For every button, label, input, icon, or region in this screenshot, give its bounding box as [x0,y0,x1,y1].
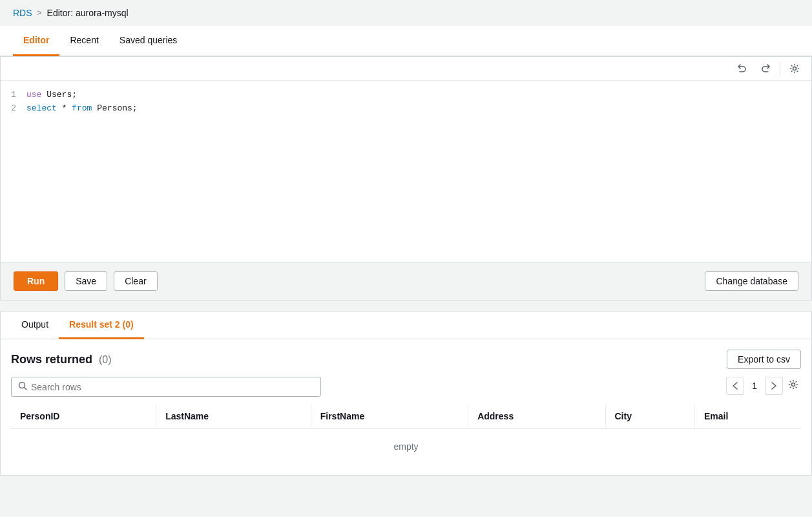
code-line-1: 1 use Users; [1,89,811,102]
col-header-email: Email [694,405,801,428]
line-number-1: 1 [1,89,26,102]
col-header-address: Address [468,405,605,428]
rows-returned-label: Rows returned (0) [11,353,111,366]
rows-count: (0) [99,354,112,365]
results-tabs: Output Result set 2 (0) [1,311,811,339]
pagination: 1 [726,377,801,395]
rows-title: Rows returned [11,353,92,366]
editor-toolbar [1,57,811,81]
code-editor[interactable]: 1 use Users; 2 select * from Persons; [1,81,811,262]
col-header-personid: PersonID [11,405,156,428]
tab-result-set[interactable]: Result set 2 (0) [59,311,144,339]
results-panel: Output Result set 2 (0) Rows returned (0… [0,311,812,476]
editor-settings-button[interactable] [786,61,804,76]
svg-point-3 [792,383,795,386]
table-settings-button[interactable] [786,377,801,395]
search-input[interactable] [31,382,314,392]
tab-editor[interactable]: Editor [13,26,59,56]
page-number: 1 [747,381,762,391]
search-pagination-row: 1 [11,377,801,405]
prev-page-button[interactable] [726,377,744,395]
line-content-1: use Users; [26,89,77,102]
undo-button[interactable] [733,61,751,76]
redo-button[interactable] [756,61,775,76]
results-content: Rows returned (0) Export to csv 1 [1,339,811,475]
next-page-button[interactable] [765,377,783,395]
line-content-2: select * from Persons; [26,102,138,116]
col-header-city: City [605,405,694,428]
action-button-bar: Run Save Clear Change database [0,262,812,301]
editor-panel: 1 use Users; 2 select * from Persons; [0,56,812,262]
change-database-button[interactable]: Change database [705,271,798,291]
table-empty-row: empty [11,428,801,465]
save-button[interactable]: Save [65,271,107,291]
tab-saved-queries[interactable]: Saved queries [109,26,188,56]
export-csv-button[interactable]: Export to csv [727,350,801,369]
clear-button[interactable]: Clear [114,271,157,291]
run-button[interactable]: Run [14,271,58,291]
search-icon [18,381,27,392]
breadcrumb-current-page: Editor: aurora-mysql [47,8,129,18]
breadcrumb: RDS > Editor: aurora-mysql [0,0,812,26]
rows-header: Rows returned (0) Export to csv [11,350,801,369]
breadcrumb-separator: > [37,8,42,17]
search-bar[interactable] [11,377,321,397]
tab-recent[interactable]: Recent [59,26,109,56]
tab-output[interactable]: Output [11,311,59,339]
table-header-row: PersonID LastName FirstName Address City… [11,405,801,428]
code-line-2: 2 select * from Persons; [1,102,811,116]
col-header-firstname: FirstName [311,405,468,428]
breadcrumb-rds-link[interactable]: RDS [13,8,32,18]
line-number-2: 2 [1,102,26,116]
col-header-lastname: LastName [156,405,311,428]
empty-label: empty [11,428,801,465]
main-tabs: Editor Recent Saved queries [0,26,812,56]
results-table: PersonID LastName FirstName Address City… [11,405,801,465]
svg-line-2 [25,388,27,390]
toolbar-divider [780,62,780,75]
svg-point-0 [793,67,796,70]
